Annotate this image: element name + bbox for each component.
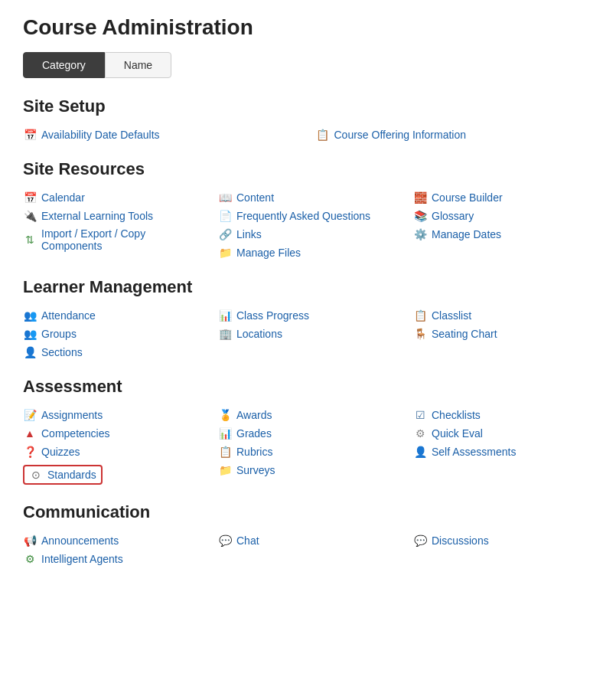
content-icon: 📖: [218, 191, 232, 204]
tab-category[interactable]: Category: [23, 52, 105, 78]
link-attendance[interactable]: 👥 Attendance: [23, 306, 203, 325]
link-import-export-copy[interactable]: ⇅ Import / Export / Copy Components: [23, 225, 203, 254]
groups-icon: 👥: [23, 327, 37, 341]
link-quizzes[interactable]: ❓ Quizzes: [23, 443, 203, 461]
classlist-icon: 📋: [413, 309, 427, 322]
standards-icon: ⊙: [29, 468, 43, 482]
page-title: Course Administration: [23, 15, 593, 40]
quick-eval-icon: ⚙: [413, 427, 427, 440]
link-groups[interactable]: 👥 Groups: [23, 325, 203, 343]
link-glossary[interactable]: 📚 Glossary: [413, 207, 593, 225]
book-icon: 📋: [316, 128, 330, 142]
quizzes-icon: ❓: [23, 445, 37, 459]
link-grades[interactable]: 📊 Grades: [218, 424, 398, 443]
link-icon: 🔗: [218, 227, 232, 241]
intelligent-agents-icon: ⚙: [23, 552, 37, 566]
checklists-icon: ☑: [413, 408, 427, 422]
faq-icon: 📄: [218, 209, 232, 223]
link-sections[interactable]: 👤 Sections: [23, 343, 203, 361]
section-heading-learner-management: Learner Management: [23, 277, 593, 297]
tab-name[interactable]: Name: [105, 52, 171, 78]
attendance-icon: 👥: [23, 309, 37, 322]
link-rubrics[interactable]: 📋 Rubrics: [218, 443, 398, 461]
arrows-icon: ⇅: [23, 233, 37, 247]
section-site-resources: Site Resources 📅 Calendar 🔌 External Lea…: [23, 159, 593, 262]
link-classlist[interactable]: 📋 Classlist: [413, 306, 593, 325]
section-learner-management: Learner Management 👥 Attendance 👥 Groups…: [23, 277, 593, 361]
link-locations[interactable]: 🏢 Locations: [218, 325, 398, 343]
chat-icon: 💬: [218, 534, 232, 548]
link-course-offering-information[interactable]: 📋 Course Offering Information: [316, 126, 594, 144]
link-calendar[interactable]: 📅 Calendar: [23, 188, 203, 207]
link-manage-dates[interactable]: ⚙️ Manage Dates: [413, 225, 593, 244]
grades-icon: 📊: [218, 427, 232, 440]
link-manage-files[interactable]: 📁 Manage Files: [218, 244, 398, 262]
manage-dates-icon: ⚙️: [413, 227, 427, 241]
competencies-icon: ▲: [23, 427, 37, 440]
section-communication: Communication 📢 Announcements ⚙ Intellig…: [23, 502, 593, 568]
link-seating-chart[interactable]: 🪑 Seating Chart: [413, 325, 593, 343]
link-surveys[interactable]: 📁 Surveys: [218, 461, 398, 479]
section-heading-site-resources: Site Resources: [23, 159, 593, 179]
locations-icon: 🏢: [218, 327, 232, 341]
section-heading-site-setup: Site Setup: [23, 96, 593, 116]
link-standards[interactable]: ⊙ Standards: [23, 463, 203, 487]
rubrics-icon: 📋: [218, 445, 232, 459]
surveys-icon: 📁: [218, 463, 232, 477]
announcements-icon: 📢: [23, 534, 37, 548]
link-intelligent-agents[interactable]: ⚙ Intelligent Agents: [23, 550, 203, 568]
seating-chart-icon: 🪑: [413, 327, 427, 341]
link-announcements[interactable]: 📢 Announcements: [23, 531, 203, 550]
link-checklists[interactable]: ☑ Checklists: [413, 406, 593, 424]
link-chat[interactable]: 💬 Chat: [218, 531, 398, 550]
link-course-builder[interactable]: 🧱 Course Builder: [413, 188, 593, 207]
calendar-icon: 📅: [23, 191, 37, 204]
link-awards[interactable]: 🏅 Awards: [218, 406, 398, 424]
link-availability-date-defaults[interactable]: 📅 Availability Date Defaults: [23, 126, 301, 144]
link-discussions[interactable]: 💬 Discussions: [413, 531, 593, 550]
link-quick-eval[interactable]: ⚙ Quick Eval: [413, 424, 593, 443]
link-competencies[interactable]: ▲ Competencies: [23, 424, 203, 443]
link-assignments[interactable]: 📝 Assignments: [23, 406, 203, 424]
link-content[interactable]: 📖 Content: [218, 188, 398, 207]
calendar-icon: 📅: [23, 128, 37, 142]
plug-icon: 🔌: [23, 209, 37, 223]
section-heading-communication: Communication: [23, 502, 593, 522]
awards-icon: 🏅: [218, 408, 232, 422]
class-progress-icon: 📊: [218, 309, 232, 322]
sections-icon: 👤: [23, 345, 37, 359]
section-heading-assessment: Assessment: [23, 377, 593, 397]
link-external-learning-tools[interactable]: 🔌 External Learning Tools: [23, 207, 203, 225]
tab-bar: Category Name: [23, 52, 593, 78]
link-faq[interactable]: 📄 Frequently Asked Questions: [218, 207, 398, 225]
link-class-progress[interactable]: 📊 Class Progress: [218, 306, 398, 325]
assignments-icon: 📝: [23, 408, 37, 422]
link-self-assessments[interactable]: 👤 Self Assessments: [413, 443, 593, 461]
section-site-setup: Site Setup 📅 Availability Date Defaults …: [23, 96, 593, 144]
self-assessments-icon: 👤: [413, 445, 427, 459]
link-links[interactable]: 🔗 Links: [218, 225, 398, 244]
folder-icon: 📁: [218, 246, 232, 260]
section-assessment: Assessment 📝 Assignments ▲ Competencies …: [23, 377, 593, 487]
glossary-icon: 📚: [413, 209, 427, 223]
discussions-icon: 💬: [413, 534, 427, 548]
coursebuilder-icon: 🧱: [413, 191, 427, 204]
